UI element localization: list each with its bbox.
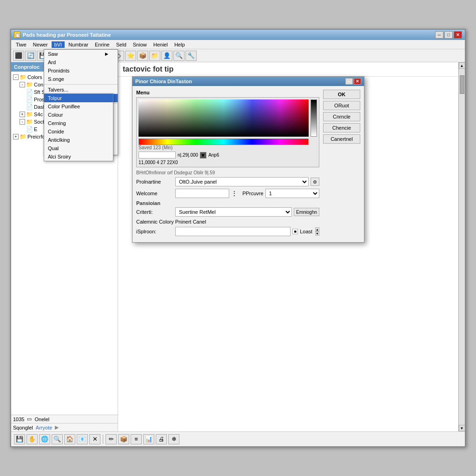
expand-icon-soct[interactable]: - [20, 119, 25, 125]
dialog-minimize-btn[interactable]: ─ [345, 78, 353, 85]
bottom-btn-globe[interactable]: 🌐 [39, 434, 50, 444]
canertnel-button[interactable]: Canertnel [323, 134, 360, 144]
bottom-btn-chart[interactable]: 📊 [143, 434, 154, 444]
status2-value[interactable]: Arryote [36, 425, 52, 430]
scroll-up-arrow[interactable]: ▲ [459, 62, 465, 69]
scroll-thumb[interactable] [460, 75, 464, 94]
emnioghn-btn[interactable]: Emnioghn [294, 208, 319, 216]
dialog-right-panel: OK ORuot Cnrncle Chencie Canertnel [323, 90, 360, 238]
toolbar-btn-11[interactable]: 📦 [137, 51, 148, 61]
submenu-conide[interactable]: Conide [44, 127, 113, 136]
toolbar-btn-2[interactable]: 🔄 [25, 51, 36, 61]
menu-numbrar[interactable]: Numbrar [66, 41, 91, 48]
menu-enrine[interactable]: Enrine [92, 41, 112, 48]
expand-icon-s4c[interactable]: + [20, 112, 25, 117]
menu-help[interactable]: Help [172, 41, 188, 48]
submenu-colour[interactable]: Colour [44, 111, 113, 119]
bottom-btn-box[interactable]: 📦 [118, 434, 129, 444]
bottom-btn-email[interactable]: 📧 [77, 434, 88, 444]
menu-pronidnts[interactable]: Pronidnts [44, 66, 118, 75]
menu-newer[interactable]: Newer [30, 41, 51, 48]
expand-icon-preicrfod[interactable]: + [13, 134, 19, 139]
menu-ard[interactable]: Ard [44, 58, 118, 66]
bottom-btn-home[interactable]: 🏠 [64, 434, 75, 444]
menu-seld[interactable]: Seld [113, 41, 129, 48]
minimize-button[interactable]: ─ [435, 31, 443, 39]
menu-talvers[interactable]: Talvers... [44, 86, 118, 94]
calemnc-label: Calemnic Colory Pninert Canel [136, 219, 206, 225]
ok-button[interactable]: OK [323, 90, 360, 99]
content-header: tactovic fot tip [118, 62, 458, 77]
bottom-btn-search[interactable]: 🔍 [52, 434, 63, 444]
bottom-btn-close[interactable]: ✕ [89, 434, 100, 444]
alpha-bar[interactable] [311, 99, 317, 137]
bottom-btn-snow[interactable]: ❄ [168, 434, 179, 444]
submenu-qual[interactable]: Qual [44, 144, 113, 152]
menu-saw[interactable]: Saw▶ [44, 50, 118, 58]
bottom-btn-menu[interactable]: ≡ [131, 434, 142, 444]
scroll-down-arrow[interactable]: ▼ [459, 425, 465, 431]
menu-songe[interactable]: S.onge [44, 75, 118, 83]
scrollbar-vertical[interactable]: ▲ ▼ [458, 62, 465, 431]
submenu-anticlking[interactable]: Anticlking [44, 136, 113, 144]
maximize-button[interactable]: □ [444, 31, 453, 39]
submenu-alci[interactable]: Alci Sroiry [44, 152, 113, 161]
menu-tiwe[interactable]: Tiwe [13, 41, 29, 48]
color-dropdown-btn[interactable]: ▼ [200, 152, 206, 159]
file-icon-dasler: 📄 [26, 104, 33, 110]
title-bar-left: 📋 Pads heading par Prosneel Tattatine [14, 32, 111, 38]
expand-icon-conr[interactable]: - [20, 82, 25, 87]
toolbar-btn-13[interactable]: 👤 [161, 51, 172, 61]
menu-section-label: Menu [136, 90, 150, 95]
hex-input[interactable] [139, 152, 176, 159]
submenu-color-puniflee[interactable]: Color Puniflee [44, 102, 113, 111]
property-btn[interactable]: ⚙ [311, 178, 319, 186]
dialog-title-bar: Pinor Chiora DinTaston ─ ✕ [132, 77, 364, 86]
bottom-btn-save[interactable]: 💾 [14, 434, 25, 444]
oruot-button[interactable]: ORuot [323, 101, 360, 110]
welcome-dots-btn[interactable]: ⋮ [231, 190, 238, 197]
folder-icon-s4c: 📁 [26, 111, 33, 118]
sidebar-status2: Sqonglel Arryote ▶ [11, 423, 118, 431]
loast-checkbox[interactable]: ■ [292, 229, 298, 234]
toolbar-btn-15[interactable]: 🔧 [185, 51, 197, 61]
file-icon-prostton: 📄 [26, 96, 33, 103]
isplroon-input[interactable] [175, 227, 291, 236]
submenu-cerning[interactable]: Cerning [44, 119, 113, 127]
dialog-body: Menu Saved 123 (Min) [132, 86, 364, 242]
toolbar-btn-14[interactable]: 🔍 [173, 51, 185, 61]
toolbar-btn-1[interactable]: ⬛ [13, 51, 24, 61]
pprconvre-select[interactable]: 1 [265, 189, 319, 198]
menu-sniow[interactable]: Sniow [130, 41, 150, 48]
color-gradient[interactable] [139, 99, 309, 137]
bottom-toolbar: 💾 ✋ 🌐 🔍 🏠 📧 ✕ ✏ 📦 ≡ 📊 🖨 ❄ [11, 431, 465, 446]
toolbar-btn-10[interactable]: ⭐ [125, 51, 136, 61]
chencie-button[interactable]: Chencie [323, 123, 360, 132]
menu-bvi[interactable]: bVI [52, 41, 65, 48]
hue-bar[interactable] [139, 139, 309, 145]
expand-icon-colors[interactable]: - [13, 74, 19, 80]
dialog-close-btn[interactable]: ✕ [354, 78, 361, 85]
welcome-input[interactable] [175, 189, 229, 198]
saved-text: Saved 123 (Min) [139, 145, 317, 150]
dialog-left: Menu Saved 123 (Min) [136, 90, 319, 238]
menu-heniel[interactable]: Heniel [151, 41, 171, 48]
menu-sep1 [44, 84, 118, 85]
amp6-label: Anp6 [208, 152, 219, 158]
color-picker: Saved 123 (Min) n|.29|.000 ▼ Anp6 11,000… [136, 97, 319, 167]
prolnartine-row: Prolnartine OltO.Juive panel ⚙ [136, 177, 319, 186]
property-select[interactable]: OltO.Juive panel [175, 177, 309, 186]
toolbar-btn-12[interactable]: 📁 [149, 51, 160, 61]
submenu-tolpur[interactable]: Tolpur [44, 94, 113, 102]
loast-label: Loast [300, 229, 312, 234]
bottom-btn-hand[interactable]: ✋ [26, 434, 38, 444]
content-area: tactovic fot tip Pinor Chiora DinTaston … [118, 62, 458, 431]
main-window: 📋 Pads heading par Prosneel Tattatine ─ … [10, 29, 466, 447]
spinner-up[interactable]: ▲ [315, 227, 319, 231]
criterti-select[interactable]: Suertine RetMel [175, 207, 292, 217]
spinner-down[interactable]: ▼ [315, 231, 319, 236]
close-button[interactable]: ✕ [454, 31, 462, 39]
cnrncle-button[interactable]: Cnrncle [323, 112, 360, 121]
bottom-btn-pencil[interactable]: ✏ [106, 434, 117, 444]
bottom-btn-print[interactable]: 🖨 [156, 434, 167, 444]
